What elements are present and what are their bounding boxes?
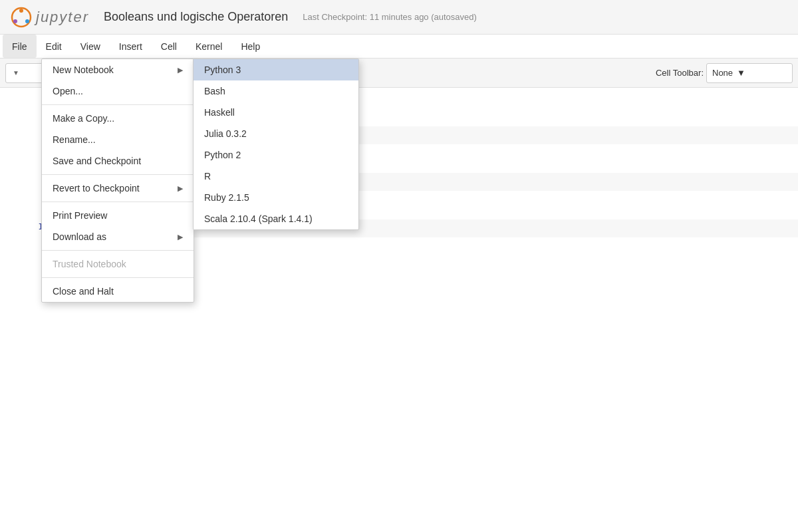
python2-label: Python 2 bbox=[204, 150, 241, 160]
python3-label: Python 3 bbox=[204, 65, 241, 75]
submenu-r[interactable]: R bbox=[194, 166, 358, 187]
new-notebook-label: New Notebook bbox=[53, 65, 114, 75]
make-copy-label: Make a Copy... bbox=[53, 113, 114, 124]
save-checkpoint-label: Save and Checkpoint bbox=[53, 156, 141, 166]
submenu-scala[interactable]: Scala 2.10.4 (Spark 1.4.1) bbox=[194, 208, 358, 229]
cell-type-arrow-icon: ▼ bbox=[13, 69, 19, 76]
svg-point-2 bbox=[13, 19, 17, 23]
cell-toolbar-value: None bbox=[712, 68, 733, 78]
jupyter-brand-text: jupyter bbox=[36, 9, 89, 26]
haskell-label: Haskell bbox=[204, 107, 235, 118]
menu-file[interactable]: File bbox=[3, 35, 37, 58]
submenu-python3[interactable]: Python 3 bbox=[194, 59, 358, 80]
new-notebook-submenu: Python 3 Bash Haskell Julia 0.3.2 Python… bbox=[193, 59, 359, 230]
menu-help[interactable]: Help bbox=[231, 35, 269, 58]
print-preview-label: Print Preview bbox=[53, 210, 107, 221]
svg-point-3 bbox=[25, 19, 29, 23]
close-halt-label: Close and Halt bbox=[53, 286, 114, 297]
trusted-notebook-label: Trusted Notebook bbox=[53, 259, 126, 269]
scala-label: Scala 2.10.4 (Spark 1.4.1) bbox=[204, 213, 313, 224]
julia-label: Julia 0.3.2 bbox=[204, 128, 247, 139]
submenu-haskell[interactable]: Haskell bbox=[194, 102, 358, 123]
cell-toolbar-arrow-icon: ▼ bbox=[737, 68, 745, 78]
revert-checkpoint-arrow-icon: ▶ bbox=[178, 184, 183, 193]
submenu-julia[interactable]: Julia 0.3.2 bbox=[194, 123, 358, 144]
submenu-python2[interactable]: Python 2 bbox=[194, 144, 358, 166]
separator-3 bbox=[42, 201, 194, 202]
submenu-bash[interactable]: Bash bbox=[194, 80, 358, 102]
ruby-label: Ruby 2.1.5 bbox=[204, 192, 249, 203]
separator-2 bbox=[42, 174, 194, 175]
menu-item-print-preview[interactable]: Print Preview bbox=[42, 205, 194, 226]
menu-item-revert-checkpoint[interactable]: Revert to Checkpoint ▶ bbox=[42, 178, 194, 199]
file-menu-dropdown: New Notebook ▶ Open... Make a Copy... Re… bbox=[41, 59, 194, 303]
menu-item-rename[interactable]: Rename... bbox=[42, 129, 194, 150]
logo-area: jupyter bbox=[11, 7, 89, 28]
bash-label: Bash bbox=[204, 86, 225, 96]
new-notebook-arrow-icon: ▶ bbox=[178, 66, 183, 74]
jupyter-logo-icon bbox=[11, 7, 32, 28]
separator-1 bbox=[42, 104, 194, 105]
menu-item-open[interactable]: Open... bbox=[42, 80, 194, 102]
rename-label: Rename... bbox=[53, 134, 96, 145]
notebook-title: Booleans und logische Operatoren bbox=[104, 10, 288, 24]
menu-item-new-notebook[interactable]: New Notebook ▶ bbox=[42, 59, 194, 80]
open-label: Open... bbox=[53, 86, 83, 96]
separator-4 bbox=[42, 250, 194, 251]
menubar: File Edit View Insert Cell Kernel Help bbox=[0, 35, 798, 59]
cell-toolbar-label: Cell Toolbar: bbox=[656, 68, 704, 78]
menu-item-trusted-notebook: Trusted Notebook bbox=[42, 253, 194, 275]
separator-5 bbox=[42, 277, 194, 278]
r-label: R bbox=[204, 171, 211, 182]
download-as-label: Download as bbox=[53, 231, 106, 242]
menu-item-make-copy[interactable]: Make a Copy... bbox=[42, 108, 194, 129]
header: jupyter Booleans und logische Operatoren… bbox=[0, 0, 798, 35]
cell-toolbar-select[interactable]: None ▼ bbox=[706, 63, 793, 83]
download-as-arrow-icon: ▶ bbox=[178, 233, 183, 241]
svg-point-1 bbox=[19, 9, 23, 13]
checkpoint-info: Last Checkpoint: 11 minutes ago (autosav… bbox=[303, 12, 477, 22]
menu-cell[interactable]: Cell bbox=[152, 35, 186, 58]
menu-insert[interactable]: Insert bbox=[110, 35, 152, 58]
menu-view[interactable]: View bbox=[71, 35, 110, 58]
menu-item-download-as[interactable]: Download as ▶ bbox=[42, 226, 194, 247]
menu-item-save-checkpoint[interactable]: Save and Checkpoint bbox=[42, 150, 194, 172]
menu-kernel[interactable]: Kernel bbox=[186, 35, 231, 58]
menu-edit[interactable]: Edit bbox=[37, 35, 71, 58]
menu-item-close-halt[interactable]: Close and Halt bbox=[42, 281, 194, 302]
revert-checkpoint-label: Revert to Checkpoint bbox=[53, 183, 140, 194]
submenu-ruby[interactable]: Ruby 2.1.5 bbox=[194, 187, 358, 208]
